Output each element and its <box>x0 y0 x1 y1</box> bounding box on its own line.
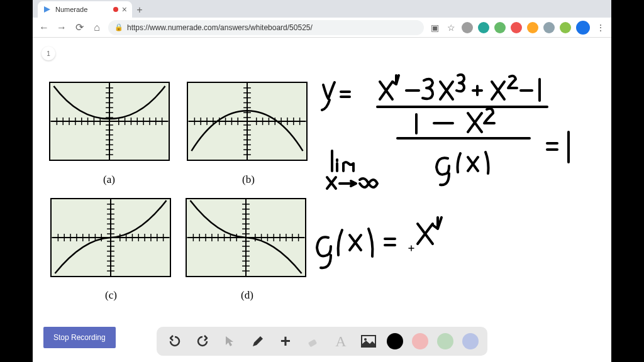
graph-b <box>187 82 308 161</box>
toolbar-icons: ▣ ☆ ⋮ <box>429 21 606 35</box>
url-field[interactable]: 🔒 https://www.numerade.com/answers/white… <box>108 20 424 35</box>
color-red[interactable] <box>412 333 428 349</box>
color-green[interactable] <box>437 333 453 349</box>
stop-recording-button[interactable]: Stop Recording <box>43 327 116 348</box>
recording-indicator-icon <box>113 7 118 12</box>
browser-window: Numerade × + ← → ⟳ ⌂ 🔒 https://www.numer… <box>33 0 611 362</box>
undo-button[interactable] <box>165 332 184 351</box>
pointer-tool[interactable] <box>221 332 240 351</box>
color-blue[interactable] <box>462 333 479 349</box>
graph-label-b: (b) <box>242 173 255 186</box>
address-bar: ← → ⟳ ⌂ 🔒 https://www.numerade.com/answe… <box>33 18 611 38</box>
extension-icon[interactable] <box>462 22 473 33</box>
svg-marker-0 <box>44 6 50 13</box>
graph-label-d: (d) <box>241 289 253 302</box>
browser-tab[interactable]: Numerade × <box>38 1 132 18</box>
add-tool[interactable]: + <box>276 332 295 351</box>
bookmark-star-icon[interactable]: ☆ <box>445 22 457 33</box>
back-button[interactable]: ← <box>38 21 50 34</box>
graph-label-a: (a) <box>103 173 115 186</box>
text-tool[interactable]: A <box>331 332 350 351</box>
lock-icon: 🔒 <box>114 23 123 31</box>
color-black[interactable] <box>387 333 403 349</box>
tab-bar: Numerade × + <box>33 0 611 18</box>
eraser-tool[interactable] <box>304 332 323 351</box>
new-tab-button[interactable]: + <box>132 3 147 18</box>
graph-a <box>49 82 170 161</box>
url-text: https://www.numerade.com/answers/whitebo… <box>127 23 313 32</box>
redo-button[interactable] <box>193 332 212 351</box>
profile-avatar[interactable] <box>576 21 590 35</box>
reload-button[interactable]: ⟳ <box>73 21 86 34</box>
extension-icon[interactable] <box>543 22 555 33</box>
close-tab-icon[interactable]: × <box>122 4 127 14</box>
extension-icon[interactable] <box>560 22 571 33</box>
numerade-favicon-icon <box>43 5 52 14</box>
page-number-badge[interactable]: 1 <box>42 47 55 60</box>
forward-button[interactable]: → <box>55 21 68 34</box>
extension-icon[interactable] <box>494 22 506 33</box>
menu-icon[interactable]: ⋮ <box>595 22 606 33</box>
svg-point-151 <box>364 338 367 341</box>
image-tool[interactable] <box>359 332 378 351</box>
extension-icon[interactable] <box>527 22 538 33</box>
tab-title: Numerade <box>55 6 87 13</box>
graph-label-c: (c) <box>105 289 117 302</box>
pen-tool[interactable] <box>248 332 267 351</box>
whiteboard-toolbar: + A <box>157 327 487 356</box>
extension-icon[interactable] <box>511 22 522 33</box>
svg-rect-149 <box>308 339 317 348</box>
extension-icon[interactable] <box>478 22 489 33</box>
camera-icon[interactable]: ▣ <box>429 22 440 33</box>
graph-c <box>50 198 171 277</box>
home-button[interactable]: ⌂ <box>91 21 103 34</box>
graph-d <box>186 198 306 277</box>
whiteboard-content: 1 (a) <box>33 38 611 362</box>
